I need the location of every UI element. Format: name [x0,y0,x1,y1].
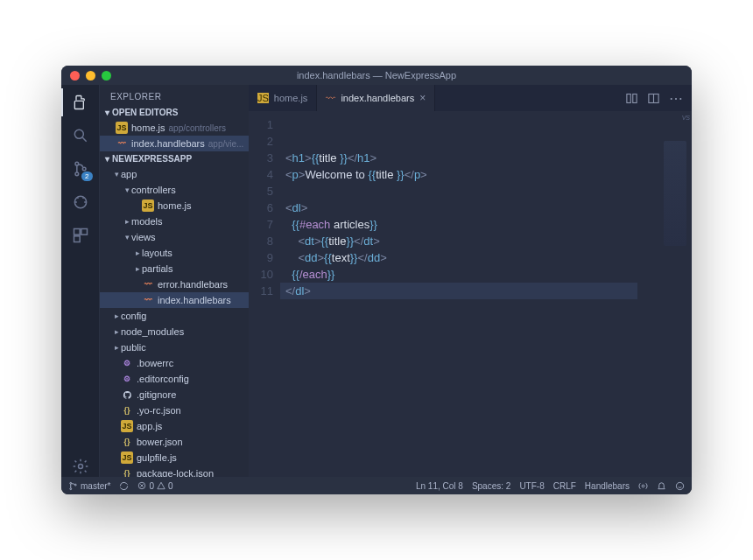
open-editors-list: JShome.jsapp/controllers〰index.handlebar… [100,120,249,151]
encoding-status[interactable]: UTF-8 [519,481,544,491]
tree-item-label: index.handlebars [158,295,231,305]
chevron-right-icon: ▸ [112,343,121,352]
file-item[interactable]: {}bower.json [100,434,249,450]
split-editor-icon[interactable] [647,92,660,105]
close-tab-icon[interactable]: × [419,92,426,104]
tree-item-label: error.handlebars [158,279,228,290]
line-number: 4 [249,166,273,183]
workbench: 2 EXPLORER ▾ OPEN EDITORS JShome.jsapp/c… [61,85,692,477]
file-item[interactable]: JSgulpfile.js [100,450,249,466]
folder-item[interactable]: ▸public [100,340,249,355]
line-number: 10 [249,266,273,283]
javascript-file-icon: JS [121,452,133,464]
javascript-file-icon: JS [257,93,269,103]
file-item[interactable]: {}package-lock.json [100,466,249,477]
tree-item-label: home.js [158,200,192,211]
search-icon[interactable] [70,125,91,146]
code-line[interactable]: <dt>{{title}}</dt> [285,233,653,249]
folder-item[interactable]: ▸partials [100,261,249,276]
code-line[interactable] [285,133,653,150]
code-line[interactable] [285,116,653,133]
open-editor-item[interactable]: JShome.jsapp/controllers [100,120,249,136]
json-file-icon: {} [121,404,133,416]
debug-icon[interactable] [70,192,91,213]
editor-actions: ⋯ [625,85,692,111]
svg-rect-8 [74,236,80,242]
code-line[interactable]: <h1>{{title }}</h1> [285,150,653,166]
zoom-window-button[interactable] [102,71,111,80]
cursor-position-status[interactable]: Ln 11, Col 8 [416,481,463,491]
eol-status[interactable]: CRLF [553,481,576,491]
file-item[interactable]: 〰index.handlebars [100,292,249,308]
window-title: index.handlebars — NewExpressApp [61,70,692,80]
git-branch-status[interactable]: master* [68,481,110,491]
folder-item[interactable]: ▸layouts [100,245,249,261]
json-file-icon: {} [121,467,133,477]
line-number: 2 [249,133,273,150]
svg-point-1 [74,130,83,138]
code-line[interactable]: <dl> [285,200,653,216]
problems-status[interactable]: 0 0 [137,481,172,491]
folder-item[interactable]: ▾app [100,166,249,182]
file-item[interactable]: {}.yo-rc.json [100,402,249,418]
feedback-broadcast-icon[interactable] [638,481,648,491]
folder-item[interactable]: ▸config [100,308,249,324]
handlebars-file-icon: 〰 [116,137,128,150]
javascript-file-icon: JS [116,122,128,134]
file-item[interactable]: JShome.js [100,198,249,214]
more-actions-icon[interactable]: ⋯ [669,90,683,107]
folder-item[interactable]: ▾views [100,229,249,245]
svg-point-13 [70,482,72,484]
extensions-icon[interactable] [70,225,91,246]
editor-tab[interactable]: JShome.js [249,85,317,111]
code-line[interactable]: <dd>{{text}}</dd> [285,249,653,266]
code-line[interactable]: {{#each articles}} [285,216,653,233]
file-item[interactable]: 〰error.handlebars [100,276,249,292]
tree-item-label: models [131,216,162,227]
minimap[interactable]: VS [653,111,692,477]
folder-item[interactable]: ▸node_modules [100,324,249,340]
tree-item-label: node_modules [121,326,184,337]
config-file-icon: ⚙ [121,357,133,369]
explorer-icon[interactable] [70,92,91,113]
svg-point-17 [642,485,644,487]
notifications-bell-icon[interactable] [657,481,666,491]
editor-tab[interactable]: 〰index.handlebars× [317,85,435,111]
file-item[interactable]: ⚙.editorconfig [100,371,249,387]
file-item[interactable]: .gitignore [100,387,249,402]
indentation-status[interactable]: Spaces: 2 [472,481,510,491]
project-section[interactable]: ▾ NEWEXPRESSAPP [100,151,249,166]
file-path-label: app/vie... [208,139,244,149]
settings-gear-icon[interactable] [70,456,91,477]
source-control-icon[interactable]: 2 [70,158,91,179]
minimize-window-button[interactable] [86,71,95,80]
text-editor[interactable]: 1234567891011 <h1>{{title }}</h1><p>Welc… [249,111,692,477]
editor-content[interactable]: <h1>{{title }}</h1><p>Welcome to {{title… [280,111,653,477]
feedback-smiley-icon[interactable] [675,481,685,491]
tree-item-label: .gitignore [137,389,176,400]
tree-item-label: .editorconfig [137,374,189,384]
svg-point-18 [676,482,683,489]
tree-item-label: partials [142,263,172,274]
code-line[interactable] [285,183,653,200]
language-mode-status[interactable]: Handlebars [585,481,630,491]
editor-group: JShome.js〰index.handlebars× ⋯ 1234567891… [249,85,692,477]
open-editors-section[interactable]: ▾ OPEN EDITORS [100,105,249,120]
tree-item-label: package-lock.json [137,468,214,477]
tree-item-label: bower.json [137,437,183,447]
file-label: home.js [131,122,165,133]
file-item[interactable]: JSapp.js [100,418,249,434]
code-line[interactable]: {{/each}} [285,266,653,283]
folder-item[interactable]: ▸models [100,214,249,229]
scm-badge: 2 [81,172,92,181]
open-editor-item[interactable]: 〰index.handlebarsapp/vie... [100,136,249,151]
window-controls [70,71,111,80]
svg-rect-7 [81,229,87,235]
sync-status[interactable] [119,481,129,491]
folder-item[interactable]: ▾controllers [100,182,249,198]
compare-changes-icon[interactable] [625,92,638,105]
close-window-button[interactable] [70,71,80,80]
titlebar: index.handlebars — NewExpressApp [61,66,692,85]
file-item[interactable]: ⚙.bowerrc [100,355,249,371]
code-line[interactable]: <p>Welcome to {{title }}</p> [285,166,653,183]
